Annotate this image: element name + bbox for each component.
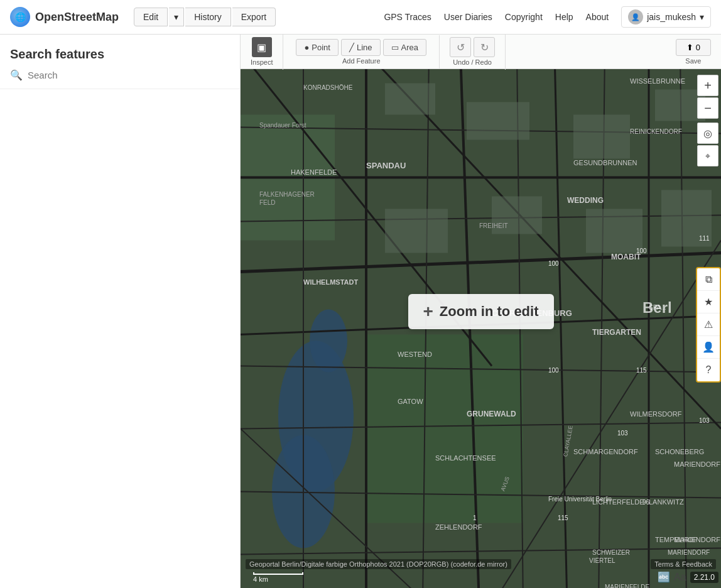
map-toolbar: ▣ Inspect ● Point ╱ Line ▭ Area Add Feat… bbox=[241, 35, 721, 69]
line-button[interactable]: ╱ Line bbox=[341, 39, 381, 56]
nav-help[interactable]: Help bbox=[555, 12, 573, 22]
accessibility-icon[interactable]: Aa bbox=[674, 572, 686, 583]
avatar: 👤 bbox=[628, 9, 643, 24]
nav-about[interactable]: About bbox=[586, 12, 609, 22]
export-button[interactable]: Export bbox=[232, 8, 276, 26]
svg-text:100: 100 bbox=[548, 367, 559, 374]
svg-text:WILHELMSTADT: WILHELMSTADT bbox=[303, 278, 358, 286]
bottom-right-controls: 🔤 Aa 2.21.0 bbox=[658, 571, 718, 583]
svg-text:SCHMARGENDORF: SCHMARGENDORF bbox=[573, 448, 638, 455]
svg-rect-28 bbox=[385, 84, 435, 115]
svg-text:MARIENDORF: MARIENDORF bbox=[674, 460, 720, 468]
svg-text:FREIHEIT: FREIHEIT bbox=[479, 222, 508, 229]
header: 🌐 OpenStreetMap Edit ▾ History Export GP… bbox=[0, 0, 721, 35]
undo-button[interactable]: ↺ bbox=[450, 37, 471, 57]
svg-rect-29 bbox=[467, 102, 529, 140]
svg-text:SCHLACHTENSEE: SCHLACHTENSEE bbox=[435, 454, 496, 462]
zoom-message-text: Zoom in to edit bbox=[440, 303, 539, 320]
edit-dropdown-button[interactable]: ▾ bbox=[169, 8, 184, 26]
upload-icon: ⬆ bbox=[686, 43, 693, 52]
username: jais_mukesh bbox=[647, 12, 696, 22]
svg-text:WEDDING: WEDDING bbox=[567, 196, 604, 205]
add-feature-buttons: ● Point ╱ Line ▭ Area bbox=[296, 39, 426, 56]
location-button[interactable]: ◎ bbox=[697, 122, 718, 144]
scale-label: 4 km bbox=[253, 575, 268, 583]
svg-text:96: 96 bbox=[642, 499, 650, 506]
svg-text:GESUNDBRUNNEN: GESUNDBRUNNEN bbox=[573, 159, 637, 166]
user-dropdown-icon: ▾ bbox=[700, 12, 704, 22]
svg-text:1: 1 bbox=[473, 514, 477, 521]
layers-button[interactable]: ⧉ bbox=[697, 268, 720, 291]
search-features-title: Search features bbox=[0, 35, 240, 69]
svg-text:103: 103 bbox=[699, 417, 710, 424]
undo-redo-buttons: ↺ ↻ bbox=[450, 37, 495, 57]
svg-text:FALKENHAGENER: FALKENHAGENER bbox=[259, 191, 315, 198]
map-controls: + − ◎ ⌖ bbox=[695, 72, 721, 169]
svg-point-3 bbox=[310, 310, 347, 373]
nav-gps-traces[interactable]: GPS Traces bbox=[384, 12, 431, 22]
nav-copyright[interactable]: Copyright bbox=[505, 12, 543, 22]
point-icon: ● bbox=[304, 43, 309, 52]
svg-text:100: 100 bbox=[636, 248, 647, 254]
edit-button[interactable]: Edit bbox=[134, 8, 168, 26]
inspect-icon: ▣ bbox=[252, 37, 272, 57]
user-menu[interactable]: 👤 jais_mukesh ▾ bbox=[621, 6, 711, 28]
point-label: Point bbox=[312, 43, 330, 52]
zoom-message: + Zoom in to edit bbox=[408, 294, 553, 329]
svg-text:GRUNEWALD: GRUNEWALD bbox=[467, 410, 516, 418]
svg-text:MARIENDORF: MARIENDORF bbox=[674, 536, 720, 543]
issues-button[interactable]: ⚠ bbox=[697, 313, 720, 336]
history-button[interactable]: History bbox=[185, 8, 231, 26]
redo-button[interactable]: ↻ bbox=[474, 37, 495, 57]
help-sidebar-button[interactable]: ? bbox=[697, 359, 720, 381]
search-icon: 🔍 bbox=[10, 69, 23, 81]
svg-text:WESTEND: WESTEND bbox=[398, 351, 432, 358]
search-input[interactable] bbox=[28, 70, 230, 80]
save-count-button[interactable]: ⬆ 0 bbox=[676, 39, 711, 56]
side-panel-buttons: ⧉ ★ ⚠ 👤 ? bbox=[696, 267, 721, 383]
svg-text:MARIENDORF: MARIENDORF bbox=[668, 549, 710, 556]
area-label: Area bbox=[401, 43, 418, 52]
app-name: OpenStreetMap bbox=[35, 11, 119, 24]
version-badge: 2.21.0 bbox=[690, 572, 718, 583]
svg-text:VIERTEL: VIERTEL bbox=[589, 557, 615, 564]
save-label: Save bbox=[685, 57, 701, 65]
community-button[interactable]: 👤 bbox=[697, 336, 720, 359]
svg-text:KONRADSHÖHE: KONRADSHÖHE bbox=[303, 84, 353, 91]
zoom-in-button[interactable]: + bbox=[697, 75, 718, 96]
zoom-plus-icon: + bbox=[423, 302, 433, 322]
zoom-out-button[interactable]: − bbox=[697, 97, 718, 119]
compass-button[interactable]: ⌖ bbox=[697, 145, 718, 166]
nav-links: GPS Traces User Diaries Copyright Help A… bbox=[374, 6, 721, 28]
svg-text:115: 115 bbox=[558, 514, 568, 521]
svg-rect-34 bbox=[586, 209, 642, 253]
map-container[interactable]: SPANDAU HAKENFELDE FALKENHAGENER FELD WE… bbox=[241, 35, 721, 588]
inspect-area[interactable]: ▣ Inspect bbox=[241, 35, 283, 70]
inspect-label: Inspect bbox=[251, 58, 273, 66]
favorites-button[interactable]: ★ bbox=[697, 291, 720, 313]
search-input-container: 🔍 bbox=[0, 69, 240, 89]
svg-text:111: 111 bbox=[699, 235, 710, 242]
area-icon: ▭ bbox=[391, 43, 399, 52]
svg-text:GATOW: GATOW bbox=[398, 398, 423, 405]
toolbar-buttons: Edit ▾ History Export bbox=[134, 8, 276, 26]
add-feature-area: ● Point ╱ Line ▭ Area Add Feature bbox=[283, 35, 440, 68]
svg-text:TIERGARTEN: TIERGARTEN bbox=[592, 328, 641, 337]
svg-text:Spandauer Forst: Spandauer Forst bbox=[259, 122, 306, 129]
svg-rect-32 bbox=[385, 209, 448, 253]
svg-text:Freie Universität Berlin: Freie Universität Berlin bbox=[548, 496, 612, 503]
logo-area[interactable]: 🌐 OpenStreetMap bbox=[0, 7, 129, 27]
svg-rect-30 bbox=[573, 115, 630, 159]
svg-text:FELD: FELD bbox=[259, 199, 276, 206]
point-button[interactable]: ● Point bbox=[296, 39, 339, 56]
translate-icon[interactable]: 🔤 bbox=[658, 571, 670, 583]
svg-text:115: 115 bbox=[636, 367, 647, 374]
add-feature-label: Add Feature bbox=[342, 57, 381, 65]
undo-redo-area: ↺ ↻ Undo / Redo bbox=[440, 35, 506, 70]
left-panel: Search features 🔍 bbox=[0, 35, 241, 588]
nav-user-diaries[interactable]: User Diaries bbox=[444, 12, 492, 22]
scale-line bbox=[253, 572, 303, 575]
line-label: Line bbox=[357, 43, 372, 52]
svg-text:MARIENFELDE: MARIENFELDE bbox=[605, 584, 649, 589]
area-button[interactable]: ▭ Area bbox=[383, 39, 426, 56]
